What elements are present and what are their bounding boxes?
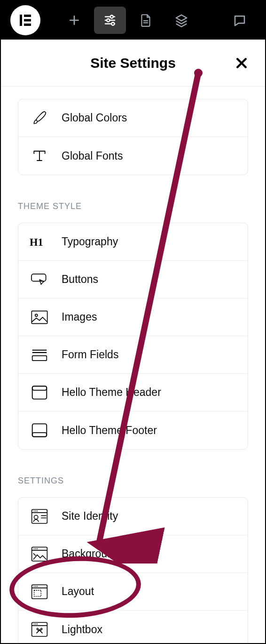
typography-item[interactable]: H1 Typography — [18, 223, 248, 261]
background-item[interactable]: Background — [18, 535, 248, 573]
svg-point-4 — [110, 15, 113, 18]
comment-icon — [233, 13, 247, 27]
panel-content: Global Colors Global Fonts THEME STYLE H… — [1, 99, 265, 644]
document-icon — [140, 13, 152, 27]
svg-point-10 — [35, 314, 38, 316]
svg-rect-11 — [32, 355, 47, 360]
form-fields-item[interactable]: Form Fields — [18, 336, 248, 374]
panel-titlebar: Site Settings — [1, 40, 265, 87]
lightbox-item[interactable]: Lightbox — [18, 611, 248, 644]
svg-rect-12 — [32, 386, 47, 399]
header-icon — [30, 383, 49, 402]
row-label: Global Colors — [62, 112, 127, 124]
layout-item[interactable]: Layout — [18, 573, 248, 611]
site-settings-button[interactable] — [94, 7, 126, 34]
elementor-logo[interactable] — [10, 5, 40, 35]
svg-rect-14 — [32, 424, 47, 436]
layers-icon — [174, 13, 188, 27]
svg-rect-15 — [32, 433, 47, 437]
close-button[interactable] — [232, 54, 251, 72]
structure-button[interactable] — [130, 7, 162, 34]
svg-rect-2 — [24, 19, 31, 22]
identity-icon — [30, 507, 49, 526]
svg-rect-3 — [24, 24, 31, 26]
elementor-logo-icon — [19, 14, 32, 27]
row-label: Hello Theme Footer — [62, 424, 157, 437]
images-item[interactable]: Images — [18, 298, 248, 336]
hello-footer-item[interactable]: Hello Theme Footer — [18, 411, 248, 449]
image-icon — [30, 307, 49, 327]
row-label: Layout — [62, 585, 94, 598]
svg-text:H1: H1 — [30, 236, 43, 248]
svg-rect-29 — [34, 590, 41, 596]
svg-rect-13 — [32, 386, 47, 390]
row-label: Global Fonts — [62, 150, 123, 162]
svg-rect-9 — [31, 311, 47, 323]
buttons-item[interactable]: Buttons — [18, 261, 248, 298]
row-label: Lightbox — [62, 623, 102, 636]
theme-style-group: H1 Typography Buttons Images Form Fields — [18, 223, 248, 450]
plus-icon — [68, 14, 80, 26]
button-cursor-icon — [30, 270, 49, 290]
hello-header-item[interactable]: Hello Theme Header — [18, 374, 248, 411]
notes-button[interactable] — [224, 7, 256, 34]
svg-rect-30 — [32, 622, 47, 636]
svg-point-20 — [34, 515, 38, 519]
row-label: Site Identity — [62, 510, 118, 523]
sliders-icon — [103, 13, 117, 27]
layers-button[interactable] — [165, 7, 197, 34]
svg-point-31 — [34, 624, 35, 625]
brush-icon — [30, 108, 49, 128]
svg-rect-1 — [24, 15, 31, 17]
svg-point-6 — [111, 22, 114, 25]
theme-style-heading: THEME STYLE — [18, 201, 248, 211]
svg-point-23 — [35, 548, 36, 549]
svg-point-17 — [34, 510, 35, 511]
footer-icon — [30, 420, 49, 440]
add-element-button[interactable] — [58, 7, 90, 34]
close-icon — [235, 56, 249, 70]
row-label: Typography — [62, 235, 118, 248]
svg-point-32 — [35, 624, 36, 625]
svg-rect-8 — [31, 274, 46, 281]
svg-point-24 — [37, 548, 38, 549]
panel-title: Site Settings — [90, 55, 176, 71]
svg-rect-0 — [20, 15, 22, 26]
svg-point-19 — [37, 510, 38, 511]
svg-point-27 — [35, 586, 36, 587]
svg-point-18 — [35, 510, 36, 511]
row-label: Images — [62, 311, 97, 323]
layout-icon — [30, 582, 49, 602]
svg-point-33 — [37, 624, 38, 625]
typography-t-icon — [30, 146, 49, 166]
settings-group: Site Identity Background Layout Lightbox — [18, 497, 248, 644]
svg-point-22 — [34, 548, 35, 549]
background-icon — [30, 544, 49, 564]
form-fields-icon — [30, 345, 49, 365]
svg-point-26 — [34, 586, 35, 587]
h1-icon: H1 — [30, 232, 49, 252]
editor-topbar — [1, 1, 265, 40]
row-label: Form Fields — [62, 348, 118, 361]
global-fonts-item[interactable]: Global Fonts — [18, 137, 248, 175]
row-label: Hello Theme Header — [62, 386, 161, 399]
design-system-group: Global Colors Global Fonts — [18, 99, 248, 175]
settings-heading: SETTINGS — [18, 476, 248, 486]
row-label: Buttons — [62, 273, 98, 286]
svg-point-28 — [37, 586, 38, 587]
lightbox-icon — [30, 620, 49, 639]
svg-point-5 — [107, 19, 110, 22]
row-label: Background — [62, 547, 119, 560]
site-identity-item[interactable]: Site Identity — [18, 498, 248, 535]
global-colors-item[interactable]: Global Colors — [18, 99, 248, 137]
